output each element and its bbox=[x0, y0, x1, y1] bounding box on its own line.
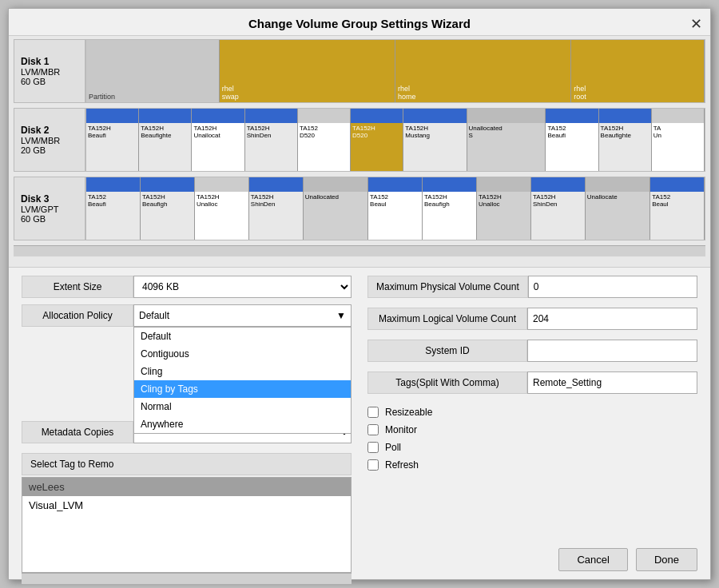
disk-row-1: Disk 1 LVM/MBR 60 GB Partition rhelswap … bbox=[14, 39, 705, 103]
checkbox-area: Resizeable Monitor Poll Refresh bbox=[367, 407, 697, 471]
disk-2-partitions: TA152HBeaufi TA152HBeaufighte TA152HUnal… bbox=[85, 108, 705, 172]
system-id-input bbox=[527, 340, 697, 362]
partition: TAUn bbox=[652, 109, 705, 171]
system-id-label: System ID bbox=[367, 340, 527, 362]
max-lv-count-row: Maximum Logical Volume Count bbox=[367, 308, 697, 330]
partition: UnallocatedS bbox=[467, 109, 546, 171]
partition: TA152HUnalloc bbox=[477, 177, 531, 240]
max-lv-count-input bbox=[527, 308, 697, 330]
checkbox-monitor: Monitor bbox=[367, 424, 697, 435]
disk-2-label: Disk 2 LVM/MBR 20 GB bbox=[14, 108, 85, 172]
tags-label: Tags(Split With Comma) bbox=[367, 371, 527, 394]
extent-size-select[interactable]: 4096 KB bbox=[133, 276, 352, 298]
tag-list[interactable]: weLees Visual_LVM bbox=[22, 477, 352, 573]
checkbox-refresh: Refresh bbox=[367, 459, 697, 471]
tags-row: Tags(Split With Comma) bbox=[367, 371, 697, 394]
dropdown-option-normal[interactable]: Normal bbox=[134, 398, 351, 415]
done-button[interactable]: Done bbox=[636, 548, 697, 571]
partition: TA152HShinDen bbox=[245, 109, 298, 171]
disk-1-partitions: Partition rhelswap rhelhome rhelroot bbox=[85, 39, 705, 103]
title-bar: Change Volume Group Settings Wizard ✕ bbox=[9, 9, 710, 36]
partition: TA152HBeaufighte bbox=[139, 109, 192, 171]
refresh-checkbox[interactable] bbox=[367, 459, 379, 471]
partition: TA152Beaul bbox=[368, 177, 423, 240]
partition: Unallocated bbox=[304, 177, 368, 240]
partition: TA152HUnallocat bbox=[192, 109, 244, 171]
allocation-policy-dropdown: Default ▼ Default Contiguous Cling Cling… bbox=[133, 304, 352, 327]
extent-size-input-container: 4096 KB bbox=[133, 276, 352, 298]
dropdown-option-anywhere[interactable]: Anywhere bbox=[134, 415, 351, 433]
dropdown-option-default[interactable]: Default bbox=[134, 328, 351, 345]
system-id-field[interactable] bbox=[527, 340, 697, 362]
allocation-policy-row: Allocation Policy Default ▼ Default Cont… bbox=[22, 304, 352, 327]
allocation-policy-menu: Default Contiguous Cling Cling by Tags N… bbox=[133, 327, 352, 434]
tag-section: Select Tag to Remo weLees Visual_LVM bbox=[22, 453, 352, 584]
partition: TA152HBeaufighte bbox=[599, 109, 652, 171]
partition: Partition bbox=[86, 40, 220, 102]
form-right: Maximum Physical Volume Count Maximum Lo… bbox=[367, 276, 697, 584]
dialog: Change Volume Group Settings Wizard ✕ Di… bbox=[8, 8, 711, 580]
max-pv-count-row: Maximum Physical Volume Count bbox=[367, 276, 697, 298]
close-button[interactable]: ✕ bbox=[690, 15, 702, 33]
max-lv-count-label: Maximum Logical Volume Count bbox=[367, 308, 527, 330]
cancel-button[interactable]: Cancel bbox=[558, 548, 627, 571]
monitor-checkbox[interactable] bbox=[367, 424, 379, 435]
system-id-row: System ID bbox=[367, 340, 697, 362]
partition: TA152HBeaufigh bbox=[141, 177, 195, 240]
select-tag-label: Select Tag to Remo bbox=[22, 453, 352, 475]
monitor-label: Monitor bbox=[385, 424, 417, 435]
disk-row-2: Disk 2 LVM/MBR 20 GB TA152HBeaufi TA152H… bbox=[14, 108, 705, 172]
max-pv-count-label: Maximum Physical Volume Count bbox=[367, 276, 528, 298]
partition: Unallocate bbox=[586, 177, 650, 240]
disk-area: Disk 1 LVM/MBR 60 GB Partition rhelswap … bbox=[9, 36, 710, 268]
dialog-title: Change Volume Group Settings Wizard bbox=[248, 17, 471, 30]
disk-row-3: Disk 3 LVM/GPT 60 GB TA152Beaufi TA152HB… bbox=[14, 177, 705, 240]
tag-item-visual-lvm[interactable]: Visual_LVM bbox=[22, 496, 351, 514]
allocation-policy-value[interactable]: Default ▼ bbox=[133, 304, 352, 327]
max-pv-count-input bbox=[528, 276, 697, 298]
dropdown-option-contiguous[interactable]: Contiguous bbox=[134, 345, 351, 363]
form-left: Extent Size 4096 KB Allocation Policy De… bbox=[22, 276, 352, 584]
tags-input bbox=[527, 371, 697, 394]
max-lv-count-field[interactable] bbox=[527, 308, 697, 330]
checkbox-resizeable: Resizeable bbox=[367, 407, 697, 418]
dropdown-option-cling-by-tags[interactable]: Cling by Tags bbox=[134, 380, 351, 398]
disk-scroll[interactable]: Disk 1 LVM/MBR 60 GB Partition rhelswap … bbox=[9, 39, 710, 264]
max-pv-count-field[interactable] bbox=[528, 276, 697, 298]
tag-list-scrollbar[interactable] bbox=[22, 573, 352, 584]
dropdown-option-cling[interactable]: Cling bbox=[134, 363, 351, 380]
partition: TA152D520 bbox=[298, 109, 351, 171]
partition: TA152Beaul bbox=[650, 177, 705, 240]
partition: TA152HShinDen bbox=[531, 177, 586, 240]
tags-field[interactable] bbox=[527, 371, 697, 394]
partition: TA152Beaufi bbox=[546, 109, 598, 171]
disk-3-partitions: TA152Beaufi TA152HBeaufigh TA152HUnalloc… bbox=[85, 177, 705, 240]
partition: TA152HD520 bbox=[351, 109, 403, 171]
horizontal-scrollbar[interactable] bbox=[14, 245, 705, 256]
poll-checkbox[interactable] bbox=[367, 442, 379, 453]
partition: TA152Beaufi bbox=[86, 177, 141, 240]
extent-size-row: Extent Size 4096 KB bbox=[22, 276, 352, 298]
disk-1-label: Disk 1 LVM/MBR 60 GB bbox=[14, 39, 85, 103]
partition: TA152HMustang bbox=[403, 109, 467, 171]
partition: TA152HBeaufi bbox=[86, 109, 139, 171]
partition: TA152HBeaufigh bbox=[423, 177, 477, 240]
footer: Cancel Done bbox=[546, 540, 710, 579]
refresh-label: Refresh bbox=[385, 459, 419, 471]
resizeable-label: Resizeable bbox=[385, 407, 432, 418]
resizeable-checkbox[interactable] bbox=[367, 407, 379, 418]
poll-label: Poll bbox=[385, 442, 401, 453]
tag-item-welees[interactable]: weLees bbox=[22, 478, 351, 496]
partition: rhelroot bbox=[571, 40, 705, 102]
disk-3-label: Disk 3 LVM/GPT 60 GB bbox=[14, 177, 85, 240]
checkbox-poll: Poll bbox=[367, 442, 697, 453]
partition: rhelswap bbox=[220, 40, 395, 102]
metadata-copies-label: Metadata Copies bbox=[22, 421, 133, 443]
partition: TA152HShinDen bbox=[249, 177, 304, 240]
allocation-policy-label: Allocation Policy bbox=[22, 304, 133, 327]
chevron-down-icon: ▼ bbox=[336, 310, 346, 321]
extent-size-label: Extent Size bbox=[22, 276, 133, 298]
partition: rhelhome bbox=[395, 40, 571, 102]
partition: TA152HUnalloc bbox=[195, 177, 249, 240]
